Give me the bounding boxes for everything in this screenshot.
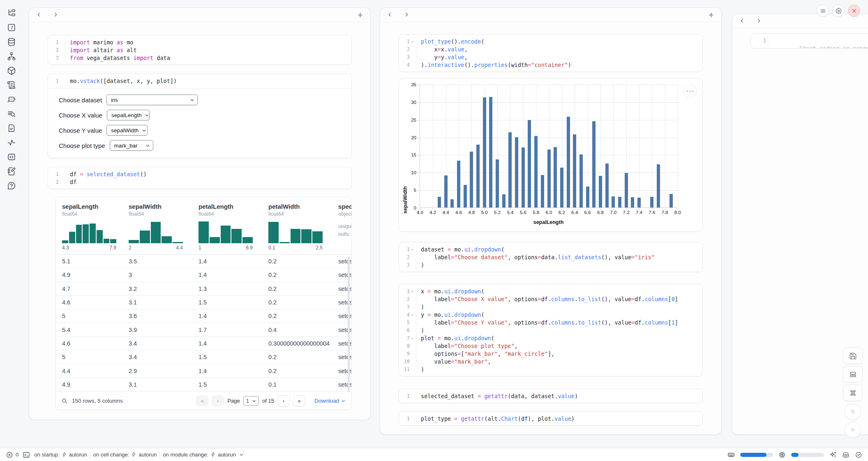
close-button[interactable] (848, 5, 860, 17)
code-line[interactable]: 1selected_dataset = getattr(data, datase… (399, 392, 702, 400)
code-line[interactable]: 1df = selected_dataset() (48, 171, 351, 178)
column-header-petalLength[interactable]: petalLengthfloat6416.9 (195, 203, 265, 254)
chevron-right-icon[interactable] (53, 12, 58, 18)
chart-bar[interactable] (470, 152, 473, 207)
chart-bar[interactable] (567, 117, 570, 207)
chart-bar[interactable] (554, 147, 557, 207)
column-header-petalWidth[interactable]: petalWidthfloat640.12.5 (265, 203, 335, 254)
chart-bar[interactable] (450, 199, 454, 207)
code-line[interactable]: 1dataset = mo.ui.dropdown( (399, 246, 702, 254)
code-cell-plot[interactable]: 1plot_type().encode(2 x=x.value,3 y=y.va… (399, 34, 703, 72)
code-line[interactable]: 4).interactive().properties(width="conta… (399, 61, 702, 69)
chart-options-button[interactable] (683, 85, 697, 98)
chart-bar[interactable] (605, 164, 609, 207)
chart-bar[interactable] (515, 137, 518, 207)
chart-bar[interactable] (457, 161, 460, 207)
generate-link[interactable]: generate (853, 45, 868, 48)
chart-bar[interactable] (618, 197, 621, 207)
search-list-icon[interactable] (7, 109, 16, 118)
chart-bar[interactable] (464, 185, 467, 207)
code-cell-xy-dropdowns[interactable]: 1x = mo.ui.dropdown(2 label="Choose X va… (399, 284, 703, 376)
ai-sparkles-icon[interactable] (829, 451, 837, 459)
dropdown-mark_bar[interactable]: mark_bar (110, 140, 153, 151)
stop-button[interactable] (845, 403, 861, 420)
code-output-icon[interactable] (7, 152, 16, 161)
copilot-icon[interactable] (842, 451, 850, 459)
scratchpad-icon[interactable] (7, 167, 16, 176)
errors-indicator-icon[interactable] (6, 451, 13, 459)
dropdown-sepalWidth[interactable]: sepalWidth (106, 125, 148, 136)
settings-gear-button[interactable] (832, 5, 845, 17)
chart-bar[interactable] (508, 132, 512, 207)
chart-bar[interactable] (476, 145, 480, 207)
chart-bar[interactable] (541, 175, 544, 207)
chevron-left-icon[interactable] (739, 18, 745, 24)
code-line[interactable]: 8 label="Choose plot type", (399, 342, 702, 350)
chart-bar[interactable] (534, 136, 538, 207)
code-cell-imports[interactable]: 1import marimo as mo2import altair as al… (48, 35, 352, 65)
code-line[interactable]: 11) (399, 366, 702, 373)
runtime-setting[interactable]: on cell change:autorun (93, 452, 157, 458)
layout-button[interactable] (843, 366, 863, 383)
table-row[interactable]: 4.63.41.40.30000000000000004setosa (55, 337, 351, 350)
chart-bar[interactable] (650, 197, 653, 207)
tracing-icon[interactable] (7, 138, 16, 147)
code-cell-selected-dataset[interactable]: 1selected_dataset = getattr(data, datase… (399, 389, 703, 403)
chevron-right-icon[interactable] (404, 12, 409, 18)
terminal-icon[interactable] (23, 451, 30, 459)
functions-icon[interactable]: f (7, 23, 16, 32)
code-line[interactable]: 1plot_type().encode( (399, 38, 702, 46)
code-cell-dataset-dropdown[interactable]: 1dataset = mo.ui.dropdown(2 label="Choos… (399, 242, 703, 272)
chart-bar[interactable] (496, 159, 499, 207)
code-line[interactable]: 9 options=["mark_bar", "mark_circle"], (399, 350, 702, 358)
save-button[interactable] (843, 348, 863, 364)
chart-bar[interactable] (579, 154, 583, 207)
connection-status-icon[interactable] (855, 451, 862, 459)
chart-plot-area[interactable]: 051015202530354.04.24.44.64.85.05.25.45.… (420, 85, 677, 208)
code-line[interactable]: 1mo.vstack([dataset, x, y, plot]) (48, 77, 351, 85)
table-row[interactable]: 4.42.91.40.2setosa (55, 364, 351, 378)
chart-bar[interactable] (612, 196, 615, 207)
table-row[interactable]: 4.73.21.30.2setosa (55, 282, 351, 296)
chart-bar[interactable] (669, 194, 673, 207)
code-line[interactable]: 1import marimo as mo (48, 39, 351, 46)
code-line[interactable]: 2 label="Choose dataset", options=data.l… (399, 254, 702, 261)
code-cell-plot-type[interactable]: 1plot_type = getattr(alt.Chart(df), plot… (399, 411, 703, 426)
code-line[interactable]: 6) (399, 327, 702, 334)
dropdown-iris[interactable]: iris (106, 95, 198, 105)
chart-bar[interactable] (489, 97, 492, 207)
keyboard-shortcuts-button[interactable] (843, 385, 863, 401)
chart-bar[interactable] (444, 175, 448, 207)
code-line[interactable]: 4y = mo.ui.dropdown( (399, 311, 702, 319)
code-line[interactable]: 7plot = mo.ui.dropdown( (399, 334, 702, 342)
dependency-graph-icon[interactable] (7, 52, 16, 61)
chart-bar[interactable] (522, 148, 525, 207)
packages-icon[interactable] (7, 66, 16, 75)
chart-bar[interactable] (547, 150, 551, 207)
chevron-left-icon[interactable] (387, 12, 392, 18)
chart-bar[interactable] (483, 97, 486, 207)
column-header-sepalLength[interactable]: sepalLengthfloat644.37.9 (59, 203, 125, 254)
dropdown-sepalLength[interactable]: sepalLength (107, 110, 150, 120)
chevron-right-icon[interactable] (756, 18, 762, 24)
add-cell-icon[interactable] (357, 12, 364, 18)
chart-bar[interactable] (657, 164, 660, 207)
code-cell-df[interactable]: 1df = selected_dataset()2df (48, 167, 352, 189)
chart-bar[interactable] (573, 134, 576, 207)
code-line[interactable]: 3) (399, 261, 702, 269)
column-header-sepalWidth[interactable]: sepalWidthfloat6424.4 (125, 203, 195, 254)
file-tree-icon[interactable] (7, 9, 16, 18)
database-icon[interactable] (7, 37, 16, 46)
table-row[interactable]: 53.41.50.2setosa (55, 350, 351, 364)
chat-icon[interactable] (7, 95, 16, 104)
logs-icon[interactable] (7, 81, 16, 90)
code-line[interactable]: 1plot_type = getattr(alt.Chart(df), plot… (399, 415, 702, 423)
chart-bar[interactable] (625, 173, 628, 207)
page-number-select[interactable]: 1 (243, 396, 259, 406)
table-row[interactable]: 5.43.91.70.4setosa (55, 323, 351, 337)
code-line[interactable]: 5 label="Choose Y value", options=df.col… (399, 319, 702, 327)
runtime-setting[interactable]: on startup:autorun (34, 452, 87, 458)
code-line[interactable]: 2 label="Choose X value", options=df.col… (399, 295, 702, 303)
code-line[interactable]: 3from vega_datasets import data (48, 54, 351, 62)
code-line[interactable]: 1x = mo.ui.dropdown( (399, 288, 702, 295)
